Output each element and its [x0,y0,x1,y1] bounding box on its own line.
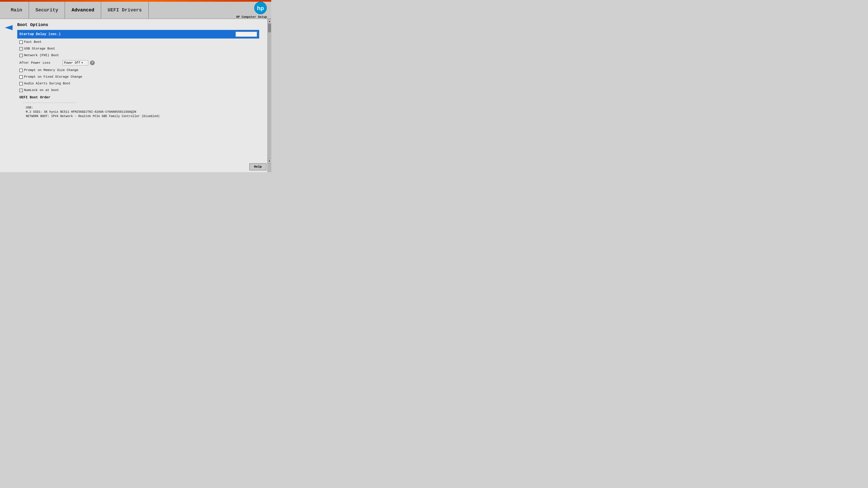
scroll-down-icon: ▼ [269,160,270,162]
fast-boot-label: Fast Boot [24,40,41,44]
hp-logo-area: hp HP Computer Setup [236,1,267,19]
after-power-loss-arrow-icon: ▼ [82,62,83,64]
scroll-up-button[interactable]: ▲ [268,19,272,24]
hp-logo-icon: hp [254,1,267,14]
tab-main[interactable]: Main [4,2,29,19]
fast-boot-row[interactable]: Fast Boot [17,39,263,45]
network-pxe-boot-row[interactable]: Network (PXE) Boot [17,52,263,59]
startup-delay-dropdown[interactable]: 0 ▼ [236,32,257,37]
back-button[interactable] [4,23,13,32]
numlock-row[interactable]: NumLock on at boot [17,87,263,93]
startup-delay-arrow-icon: ▼ [242,33,243,35]
help-button[interactable]: Help [249,163,267,170]
usb-storage-boot-checkbox[interactable] [19,47,23,51]
audio-alerts-row[interactable]: Audio Alerts During Boot [17,80,263,87]
after-power-loss-help-icon[interactable]: ? [90,61,95,65]
scrollbar: ▲ ▼ [267,19,271,172]
network-pxe-boot-label: Network (PXE) Boot [24,54,59,57]
boot-order-item-0[interactable]: USB: [17,105,263,110]
numlock-label: NumLock on at boot [24,89,59,92]
prompt-storage-checkbox[interactable] [19,75,23,79]
startup-delay-value: 0 [238,32,240,36]
startup-delay-label: Startup Delay (sec.) [19,32,236,36]
boot-order-item-2[interactable]: NETWORK BOOT: IPV4 Network - Realtek PCI… [17,114,263,118]
prompt-storage-row[interactable]: Prompt on Fixed Storage Change [17,74,263,80]
settings-list: Startup Delay (sec.) 0 ▼ Fast Boot USB S… [17,30,263,118]
tab-uefi-drivers[interactable]: UEFI Drivers [101,2,149,19]
prompt-memory-checkbox[interactable] [19,69,23,72]
boot-order-item-1[interactable]: M.2 SSD1: SK hynix BC511 HFM256GDJTNI-82… [17,110,263,114]
uefi-boot-order-label: UEFI Boot Order [17,94,263,100]
content-area: Boot Options Startup Delay (sec.) 0 ▼ Fa… [0,19,267,172]
after-power-loss-row: After Power Loss Power Off ▼ ? [17,59,263,67]
network-pxe-boot-checkbox[interactable] [19,54,23,57]
svg-marker-2 [5,25,13,30]
help-button-area: Help [249,163,267,170]
prompt-storage-label: Prompt on Fixed Storage Change [24,75,82,79]
audio-alerts-label: Audio Alerts During Boot [24,82,71,86]
header: Main Security Advanced UEFI Drivers hp H… [0,2,271,19]
svg-text:hp: hp [257,5,264,11]
prompt-memory-row[interactable]: Prompt on Memory Size Change [17,67,263,73]
fast-boot-checkbox[interactable] [19,40,23,44]
scroll-up-icon: ▲ [269,20,270,23]
tab-advanced[interactable]: Advanced [65,2,101,19]
after-power-loss-label: After Power Loss [19,61,62,65]
top-bar [0,0,271,2]
usb-storage-boot-label: USB Storage Boot [24,47,55,51]
numlock-checkbox[interactable] [19,89,23,92]
prompt-memory-label: Prompt on Memory Size Change [24,68,79,72]
scroll-track [268,24,271,172]
main-content: Boot Options Startup Delay (sec.) 0 ▼ Fa… [0,19,271,172]
startup-delay-row[interactable]: Startup Delay (sec.) 0 ▼ [17,30,259,38]
audio-alerts-checkbox[interactable] [19,82,23,86]
usb-storage-boot-row[interactable]: USB Storage Boot [17,45,263,52]
hp-subtitle: HP Computer Setup [236,15,267,19]
boot-order-divider: ------------------------------ [17,100,263,105]
nav-tabs: Main Security Advanced UEFI Drivers [4,2,236,19]
after-power-loss-value: Power Off [64,61,80,65]
after-power-loss-dropdown[interactable]: Power Off ▼ [62,60,88,65]
scroll-thumb[interactable] [268,24,271,32]
scroll-down-button[interactable]: ▼ [268,159,272,164]
page-title: Boot Options [17,22,263,27]
tab-security[interactable]: Security [29,2,65,19]
